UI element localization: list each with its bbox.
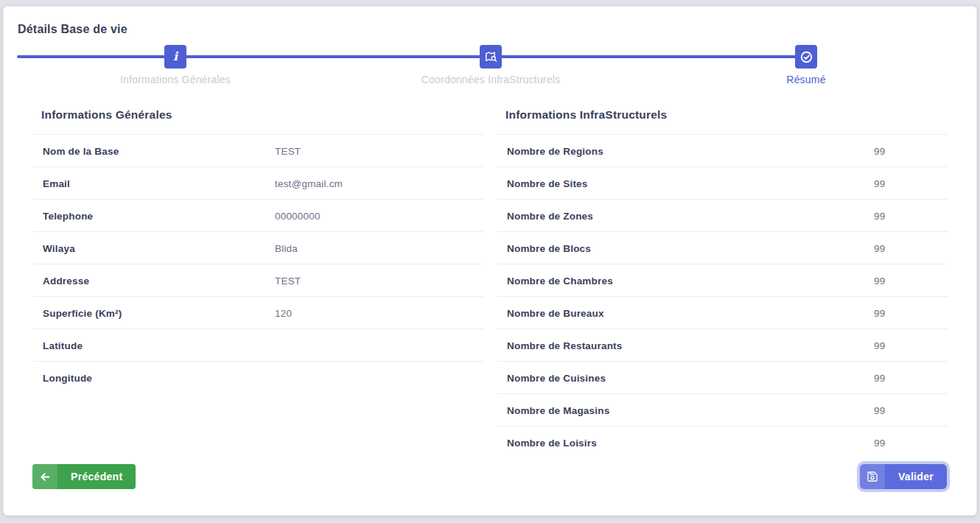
info-row-restaurants: Nombre de Restaurants 99 [497,329,948,362]
info-row-chambres: Nombre de Chambres 99 [497,264,948,297]
validate-button-label: Valider [885,464,947,489]
row-label: Nombre de Regions [507,145,603,156]
info-row-blocs: Nombre de Blocs 99 [497,232,948,264]
row-label: Nombre de Zones [507,210,593,221]
row-label: Nombre de Blocs [507,242,591,253]
details-card: Détails Base de vie i Informations Génér… [3,6,977,516]
arrow-left-icon [32,464,57,489]
previous-button-label: Précédent [57,464,136,489]
row-label: Nombre de Loisirs [507,438,597,449]
info-row-zones: Nombre de Zones 99 [497,200,948,232]
row-label: Longitude [43,373,92,384]
info-row-wilaya: Wilaya Blida [32,232,483,264]
info-row-email: Email test@gmail.cm [32,167,483,200]
step-label: Coordonnées InfraStructurels [380,74,601,85]
section-title: Informations InfraStructurels [497,98,948,122]
check-circle-icon [795,45,817,69]
info-row-telephone: Telephone 00000000 [32,200,483,232]
info-row-nom: Nom de la Base TEST [32,135,483,167]
row-label: Nom de la Base [43,145,119,156]
general-info-section: Informations Générales Nom de la Base TE… [32,98,483,394]
row-label: Nombre de Restaurants [507,340,623,351]
info-row-magasins: Nombre de Magasins 99 [497,394,948,427]
row-value: 99 [874,372,885,383]
info-row-cuisines: Nombre de Cuisines 99 [497,362,948,394]
step-informations-generales[interactable]: i Informations Générales [65,45,286,85]
row-value: 99 [874,210,885,221]
row-value: 00000000 [275,210,321,221]
row-label: Nombre de Sites [507,178,588,189]
step-resume[interactable]: Résumé [696,45,917,85]
row-label: Nombre de Bureaux [507,307,604,318]
row-value: 99 [874,307,885,318]
row-label: Nombre de Chambres [507,275,613,286]
row-label: Telephone [43,210,93,221]
info-row-bureaux: Nombre de Bureaux 99 [497,297,948,329]
info-row-latitude: Latitude [32,329,483,362]
validate-button[interactable]: Valider [860,464,947,489]
map-search-icon [480,45,502,69]
info-row-regions: Nombre de Regions 99 [497,135,948,167]
row-value: 99 [874,275,885,286]
row-value: 99 [874,178,885,189]
info-row-loisirs: Nombre de Loisirs 99 [497,427,948,459]
section-title: Informations Générales [32,98,483,122]
row-value: test@gmail.cm [275,178,343,189]
infrastructure-info-section: Informations InfraStructurels Nombre de … [497,98,948,459]
row-label: Nombre de Magasins [507,404,609,415]
info-icon: i [164,45,186,69]
row-value: TEST [275,145,301,156]
row-label: Wilaya [43,242,75,253]
row-label: Nombre de Cuisines [507,372,606,383]
step-label: Résumé [696,74,917,85]
step-coordonnees-infrastructurels[interactable]: Coordonnées InfraStructurels [380,45,601,85]
row-label: Superficie (Km²) [43,307,122,318]
step-label: Informations Générales [65,74,286,85]
row-label: Email [43,178,70,189]
stepper: i Informations Générales Coordonnées Inf… [4,7,976,88]
info-row-superficie: Superficie (Km²) 120 [32,297,483,329]
row-label: Addresse [43,275,89,286]
row-value: 99 [874,404,885,415]
row-value: TEST [275,275,301,286]
row-value: 120 [275,307,292,318]
previous-button[interactable]: Précédent [32,464,136,489]
save-icon [860,464,885,489]
info-row-sites: Nombre de Sites 99 [497,167,948,200]
info-row-longitude: Longitude [32,362,483,394]
row-label: Latitude [43,340,83,351]
row-value: 99 [874,438,885,449]
row-value: 99 [874,145,885,156]
info-row-addresse: Addresse TEST [32,264,483,297]
row-value: 99 [874,340,885,351]
row-value: Blida [275,242,298,253]
row-value: 99 [874,242,885,253]
